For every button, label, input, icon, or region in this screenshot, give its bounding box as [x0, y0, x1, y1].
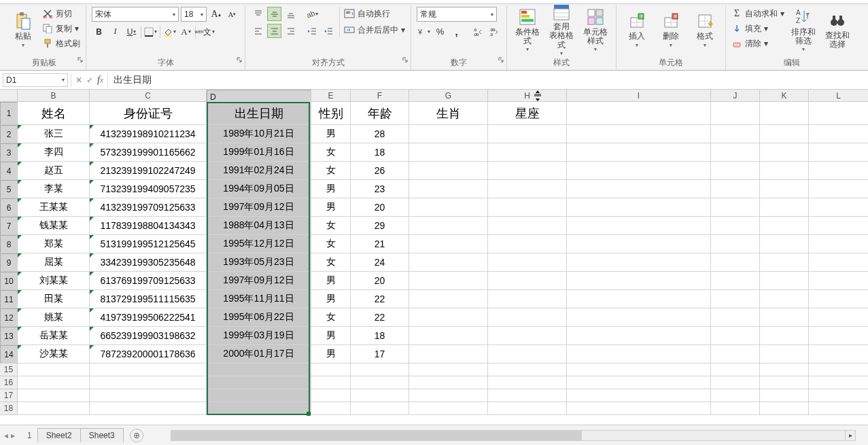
cell[interactable]: 1995年12月12日 — [207, 235, 311, 253]
cell[interactable] — [488, 345, 567, 363]
wrap-text-button[interactable]: ab自动换行 — [344, 7, 405, 20]
cell[interactable] — [809, 363, 868, 376]
cell[interactable]: 29 — [351, 217, 409, 235]
cell[interactable] — [488, 253, 567, 272]
cells-area[interactable]: 姓名身份证号出生日期性别年龄生肖星座张三41323919891021123419… — [18, 102, 868, 415]
cell[interactable] — [809, 102, 868, 125]
cell[interactable] — [409, 290, 488, 308]
row-header-5[interactable]: 5 — [0, 180, 18, 198]
align-right-button[interactable] — [283, 24, 298, 38]
cell[interactable] — [760, 143, 809, 162]
cell[interactable] — [488, 235, 567, 253]
cell[interactable]: 出生日期 — [207, 102, 311, 125]
cell[interactable] — [567, 102, 711, 125]
cell[interactable]: 岳某某 — [18, 327, 90, 345]
cell[interactable] — [760, 125, 809, 143]
cell[interactable] — [711, 143, 760, 162]
cell[interactable]: 26 — [351, 162, 409, 180]
cell[interactable] — [567, 363, 711, 376]
cell[interactable]: 田某 — [18, 290, 90, 308]
cell[interactable] — [311, 363, 351, 376]
cell[interactable]: 713239199409057235 — [90, 180, 207, 198]
accounting-format-button[interactable]: ¥▾ — [417, 24, 431, 39]
select-all-corner[interactable] — [0, 90, 18, 102]
cell[interactable]: 女 — [311, 162, 351, 180]
scrollbar-thumb[interactable] — [171, 431, 582, 440]
cell-styles-button[interactable]: 单元格样式▾ — [580, 7, 610, 53]
cell[interactable] — [567, 125, 711, 143]
cell[interactable] — [711, 327, 760, 345]
cell[interactable] — [207, 376, 311, 389]
cell[interactable] — [409, 308, 488, 327]
cell[interactable] — [760, 217, 809, 235]
cell[interactable] — [567, 143, 711, 162]
add-sheet-button[interactable]: ⊕ — [130, 429, 143, 442]
cell[interactable] — [809, 162, 868, 180]
dialog-launcher-icon[interactable] — [498, 57, 504, 63]
cell[interactable] — [409, 143, 488, 162]
shrink-font-button[interactable]: A▾ — [225, 7, 239, 22]
cell[interactable] — [409, 253, 488, 272]
cell[interactable]: 787239200001178636 — [90, 345, 207, 363]
indent-increase-button[interactable] — [321, 24, 335, 38]
cell[interactable] — [18, 363, 90, 376]
sheet-tab[interactable]: Sheet2 — [37, 428, 81, 442]
cell[interactable] — [488, 272, 567, 290]
cell[interactable]: 1997年09月12日 — [207, 272, 311, 290]
cell[interactable]: 1988年04月13日 — [207, 217, 311, 235]
cell[interactable]: 17 — [351, 345, 409, 363]
dialog-launcher-icon[interactable] — [77, 57, 83, 63]
cell[interactable] — [409, 402, 488, 415]
row-header-1[interactable]: 1 — [0, 102, 18, 125]
cell[interactable]: 女 — [311, 235, 351, 253]
cell[interactable] — [567, 235, 711, 253]
cell[interactable] — [809, 402, 868, 415]
border-button[interactable]: ▾ — [143, 24, 158, 39]
cell[interactable] — [711, 235, 760, 253]
cell[interactable] — [809, 376, 868, 389]
cell[interactable] — [488, 402, 567, 415]
sheet-tab[interactable]: Sheet3 — [80, 428, 124, 442]
cell[interactable]: 李四 — [18, 143, 90, 162]
cell[interactable]: 男 — [311, 327, 351, 345]
clear-button[interactable]: 清除▾ — [731, 37, 784, 50]
row-header-12[interactable]: 12 — [0, 308, 18, 327]
cell[interactable]: 1995年11月11日 — [207, 290, 311, 308]
cell[interactable] — [207, 363, 311, 376]
merge-center-button[interactable]: 合并后居中▾ — [344, 23, 405, 37]
cell[interactable] — [567, 180, 711, 198]
align-left-button[interactable] — [251, 24, 265, 38]
font-name-select[interactable]: 宋体▾ — [92, 7, 179, 22]
align-top-button[interactable] — [251, 7, 265, 21]
cell[interactable] — [488, 363, 567, 376]
italic-button[interactable]: I — [108, 24, 122, 39]
cell[interactable] — [351, 363, 409, 376]
cell[interactable] — [711, 376, 760, 389]
format-cells-button[interactable]: 格式▾ — [690, 7, 720, 53]
cell[interactable] — [809, 235, 868, 253]
format-as-table-button[interactable]: 套用 表格格式▾ — [546, 7, 576, 53]
column-header-G[interactable]: G — [409, 90, 488, 102]
cell[interactable]: 张三 — [18, 125, 90, 143]
cell[interactable] — [409, 345, 488, 363]
cell[interactable]: 413239199709125633 — [90, 198, 207, 217]
cell[interactable]: 573239199901165662 — [90, 143, 207, 162]
cell[interactable] — [711, 217, 760, 235]
cell[interactable]: 女 — [311, 143, 351, 162]
grow-font-button[interactable]: A▴ — [209, 7, 223, 22]
cell[interactable] — [567, 345, 711, 363]
cell[interactable] — [311, 376, 351, 389]
cell[interactable] — [409, 376, 488, 389]
scroll-right-icon[interactable]: ▸ — [845, 431, 856, 440]
cell[interactable] — [711, 345, 760, 363]
cell[interactable] — [760, 102, 809, 125]
orientation-button[interactable]: ab▾ — [305, 7, 319, 21]
cell[interactable]: 姚某 — [18, 308, 90, 327]
cell[interactable] — [711, 308, 760, 327]
cell[interactable]: 郑某 — [18, 235, 90, 253]
row-header-18[interactable]: 18 — [0, 402, 18, 415]
cell[interactable]: 男 — [311, 125, 351, 143]
font-size-select[interactable]: 18▾ — [181, 7, 207, 22]
fx-button[interactable]: fx — [97, 75, 103, 86]
cell[interactable] — [488, 389, 567, 402]
